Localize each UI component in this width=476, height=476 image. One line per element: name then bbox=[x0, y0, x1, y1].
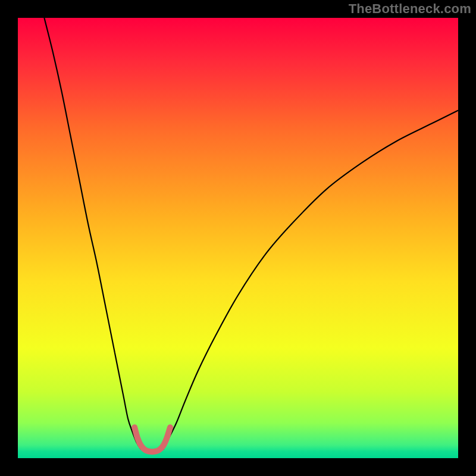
series-left-branch bbox=[44, 18, 141, 449]
watermark-text: TheBottleneck.com bbox=[349, 1, 471, 17]
plot-area bbox=[18, 18, 458, 458]
curve-layer bbox=[18, 18, 458, 458]
series-right-branch bbox=[163, 110, 458, 449]
series-trough-marker bbox=[134, 427, 170, 452]
chart-frame: TheBottleneck.com bbox=[0, 0, 476, 476]
